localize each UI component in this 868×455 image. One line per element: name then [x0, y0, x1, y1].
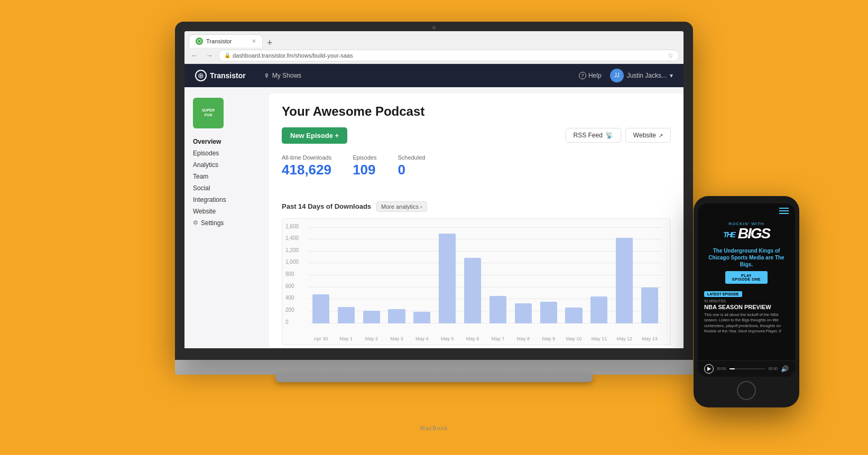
phone-content: ROCKIN' WITH THE BIGS The Underground Ki… — [698, 216, 795, 360]
chart-y-label: 1,600 — [285, 224, 299, 229]
website-button[interactable]: Website ↗ — [625, 128, 671, 143]
chart-bar-group[interactable] — [334, 227, 358, 323]
chart-x-label: May 6 — [460, 336, 485, 341]
chart-y-label: 800 — [285, 271, 294, 277]
chart-x-label: May 13 — [638, 336, 662, 341]
chart-bar-group[interactable] — [612, 227, 636, 323]
chart-x-label: May 3 — [385, 336, 409, 341]
menu-line-2 — [779, 210, 789, 211]
play-episode-button[interactable]: PLAY EPISODE ONE — [725, 271, 768, 284]
episodes-value: 109 — [353, 162, 376, 178]
chart-bar — [590, 296, 607, 323]
sidebar-item-social[interactable]: Social — [193, 182, 261, 194]
rss-feed-button[interactable]: RSS Feed 📡 — [566, 128, 621, 143]
volume-icon[interactable]: 🔊 — [781, 365, 789, 373]
my-shows-nav-item[interactable]: 🎙 My Shows — [258, 72, 307, 79]
menu-line-1 — [779, 208, 789, 209]
chart-y-label: 200 — [285, 307, 294, 313]
browser-forward-button[interactable]: → — [204, 50, 215, 61]
new-episode-button[interactable]: New Episode + — [282, 127, 347, 144]
app-content: SUPER FUN Overview Episodes Analytics — [184, 87, 684, 348]
chart-container: 1,6001,4001,2001,0008006004002000 Apr 30… — [282, 218, 671, 345]
latest-episode-badge: LATEST EPISODE — [704, 291, 742, 297]
chart-bar-group[interactable] — [410, 227, 434, 323]
menu-line-3 — [779, 213, 789, 214]
chart-bar-group[interactable] — [511, 227, 535, 323]
phone-home-button[interactable] — [737, 381, 756, 400]
chart-y-label: 1,400 — [285, 235, 299, 241]
website-label: Website — [633, 132, 656, 139]
macbook-label: MacBook — [420, 425, 448, 431]
chart-bar-group[interactable] — [562, 227, 586, 323]
browser-tab-active[interactable]: Transistor × — [189, 34, 263, 48]
chart-x-label: May 12 — [612, 336, 636, 341]
chart-section: Past 14 Days of Downloads More analytics… — [282, 201, 671, 348]
phone-logo-area: ROCKIN' WITH THE BIGS — [698, 216, 795, 244]
browser-back-button[interactable]: ← — [189, 50, 200, 61]
scheduled-label: Scheduled — [398, 154, 425, 161]
user-menu[interactable]: JJ Justin Jacks... ▾ — [610, 69, 673, 82]
phone-play-button[interactable] — [704, 364, 714, 374]
bookmark-star-icon[interactable]: ☆ — [668, 52, 673, 59]
sidebar-overview-label: Overview — [193, 138, 221, 145]
chart-bar — [490, 296, 506, 323]
sidebar-item-analytics[interactable]: Analytics — [193, 159, 261, 171]
more-analytics-button[interactable]: More analytics › — [376, 201, 427, 212]
lock-icon: 🔒 — [224, 52, 230, 58]
sidebar-analytics-label: Analytics — [193, 161, 218, 169]
sidebar-item-overview[interactable]: Overview — [193, 136, 261, 147]
chart-bar — [363, 311, 380, 323]
phone-top-bar — [698, 203, 795, 216]
chart-bar-group[interactable] — [638, 227, 662, 323]
play-triangle-icon — [707, 367, 711, 371]
player-progress-fill — [730, 368, 735, 369]
phone-episode-meta: 52 MINUTES — [698, 299, 795, 303]
chart-title: Past 14 Days of Downloads — [282, 202, 371, 210]
help-nav-item[interactable]: ? Help — [579, 72, 602, 79]
chart-bar — [515, 303, 532, 323]
scheduled-value: 0 — [398, 162, 425, 178]
app-logo-text: Transistor — [210, 71, 246, 80]
chart-bar — [388, 309, 405, 323]
phone-logo-text: THE BIGS — [698, 226, 795, 241]
main-toolbar: New Episode + RSS Feed 📡 Website ↗ — [282, 127, 671, 144]
chart-bar-group[interactable] — [385, 227, 409, 323]
app-logo[interactable]: ⊕ Transistor — [195, 70, 246, 81]
chart-bar — [439, 234, 456, 323]
app-navigation: ⊕ Transistor 🎙 My Shows ? Help — [184, 64, 684, 87]
sidebar-item-integrations[interactable]: Integrations — [193, 194, 261, 206]
rss-icon: 📡 — [605, 132, 613, 139]
chart-bar — [616, 238, 633, 323]
chart-bar-group[interactable] — [460, 227, 485, 323]
sidebar-item-website[interactable]: Website — [193, 206, 261, 217]
chart-header: Past 14 Days of Downloads More analytics… — [282, 201, 671, 212]
player-time-start: 00:00 — [717, 367, 726, 370]
chart-y-label: 1,200 — [285, 247, 299, 253]
chart-bar-group[interactable] — [309, 227, 333, 323]
user-name: Justin Jacks... — [627, 72, 667, 79]
phone-menu-icon[interactable] — [779, 208, 789, 214]
chart-bar-group[interactable] — [435, 227, 459, 323]
sidebar-settings-label: Settings — [201, 219, 224, 227]
sidebar-integrations-label: Integrations — [193, 196, 226, 203]
sidebar-item-settings[interactable]: ⚙ Settings — [193, 217, 261, 229]
tab-close-button[interactable]: × — [252, 38, 256, 44]
podcast-thumbnail[interactable]: SUPER FUN — [193, 98, 224, 128]
main-content-area: Your Awesome Podcast New Episode + RSS F… — [269, 94, 684, 348]
stat-episodes: Episodes 109 — [353, 154, 376, 178]
player-progress-bar[interactable] — [730, 368, 765, 369]
browser-address-bar[interactable]: 🔒 dashboard.transistor.fm/shows/build-yo… — [218, 50, 679, 61]
sidebar: SUPER FUN Overview Episodes Analytics — [184, 87, 269, 348]
sidebar-item-episodes[interactable]: Episodes — [193, 147, 261, 159]
chart-bar-group[interactable] — [537, 227, 561, 323]
chart-bar-group[interactable] — [587, 227, 611, 323]
sidebar-item-team[interactable]: Team — [193, 171, 261, 182]
chart-y-label: 600 — [285, 283, 294, 289]
chart-bar-group[interactable] — [486, 227, 510, 323]
new-tab-button[interactable]: + — [265, 38, 275, 48]
phone-episode-description: This one is all about the kickoff of the… — [698, 312, 795, 335]
laptop-camera — [432, 26, 436, 30]
chart-bar — [464, 258, 481, 323]
help-label: Help — [588, 72, 602, 79]
chart-bar-group[interactable] — [359, 227, 384, 323]
